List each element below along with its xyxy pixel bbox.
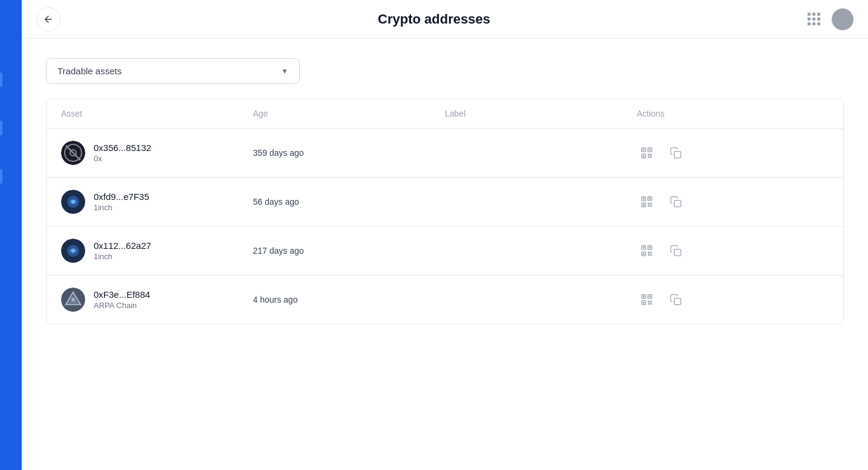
asset-icon-0 <box>61 141 85 165</box>
asset-info-2: 0x112...62a27 1inch <box>94 240 151 261</box>
svg-rect-54 <box>643 296 644 298</box>
asset-cell-3: 0xF3e...Ef884 ARPA Chain <box>61 288 253 312</box>
svg-rect-7 <box>647 154 649 156</box>
age-cell-3: 4 hours ago <box>253 295 445 304</box>
asset-info-1: 0xfd9...e7F35 1inch <box>94 192 149 212</box>
asset-icon-2 <box>61 239 85 263</box>
svg-rect-42 <box>674 249 681 256</box>
svg-rect-26 <box>649 198 650 200</box>
asset-icon-3 <box>61 288 85 312</box>
table-row[interactable]: 0xfd9...e7F35 1inch 56 days ago <box>47 178 843 227</box>
qr-button-2[interactable] <box>637 241 656 260</box>
qr-button-0[interactable] <box>637 143 656 163</box>
age-cell-0: 359 days ago <box>253 148 445 158</box>
svg-rect-24 <box>650 205 652 207</box>
table-header: Asset Age Label Actions <box>47 99 843 129</box>
svg-rect-25 <box>643 198 644 200</box>
svg-rect-9 <box>647 156 649 158</box>
asset-network-3: ARPA Chain <box>94 301 150 310</box>
svg-rect-56 <box>643 302 644 304</box>
asset-address-3: 0xF3e...Ef884 <box>94 289 150 300</box>
actions-cell-1 <box>637 192 829 211</box>
asset-cell-2: 0x112...62a27 1inch <box>61 239 253 263</box>
qr-button-3[interactable] <box>637 290 656 309</box>
content: Tradable assets ▼ Asset Age Label Action… <box>22 39 868 470</box>
svg-point-46 <box>71 298 75 301</box>
svg-rect-11 <box>643 149 644 151</box>
asset-cell-0: 0x356...85132 0x <box>61 141 253 165</box>
back-button[interactable] <box>36 7 60 31</box>
main-content: Crypto addresses Tradable assets ▼ <box>22 0 868 470</box>
svg-rect-27 <box>643 204 644 206</box>
page-title: Crypto addresses <box>378 11 490 27</box>
header: Crypto addresses <box>22 0 868 39</box>
asset-filter-dropdown[interactable]: Tradable assets ▼ <box>46 58 300 84</box>
actions-cell-0 <box>637 143 829 163</box>
svg-rect-12 <box>649 149 650 151</box>
table-row[interactable]: 0x356...85132 0x 359 days ago <box>47 129 843 178</box>
chevron-down-icon: ▼ <box>281 67 288 76</box>
actions-cell-2 <box>637 241 829 260</box>
asset-network-0: 0x <box>94 154 151 163</box>
header-right <box>803 8 853 30</box>
svg-rect-8 <box>650 154 652 156</box>
age-cell-2: 217 days ago <box>253 246 445 256</box>
sidebar-indicator-1 <box>0 72 2 87</box>
svg-rect-51 <box>650 301 652 303</box>
column-asset: Asset <box>61 109 253 118</box>
copy-button-1[interactable] <box>666 192 685 211</box>
addresses-table: Asset Age Label Actions <box>46 98 844 324</box>
svg-rect-40 <box>649 247 650 249</box>
copy-button-3[interactable] <box>666 290 685 309</box>
svg-rect-35 <box>647 252 649 254</box>
copy-button-0[interactable] <box>666 143 685 163</box>
column-actions: Actions <box>637 109 829 118</box>
asset-address-2: 0x112...62a27 <box>94 240 151 251</box>
svg-point-31 <box>71 249 75 253</box>
svg-rect-38 <box>650 254 652 256</box>
asset-info-0: 0x356...85132 0x <box>94 143 151 163</box>
asset-cell-1: 0xfd9...e7F35 1inch <box>61 190 253 214</box>
asset-network-2: 1inch <box>94 252 151 261</box>
svg-rect-55 <box>649 296 650 298</box>
asset-address-0: 0x356...85132 <box>94 143 151 153</box>
svg-rect-50 <box>647 301 649 303</box>
asset-network-1: 1inch <box>94 203 149 212</box>
svg-rect-21 <box>647 203 649 205</box>
svg-rect-39 <box>643 247 644 249</box>
table-row[interactable]: 0xF3e...Ef884 ARPA Chain 4 hours ago <box>47 275 843 324</box>
svg-rect-10 <box>650 156 652 158</box>
svg-rect-13 <box>643 155 644 157</box>
table-row[interactable]: 0x112...62a27 1inch 217 days ago <box>47 227 843 275</box>
column-age: Age <box>253 109 445 118</box>
sidebar-indicator-3 <box>0 169 2 184</box>
svg-rect-41 <box>643 253 644 255</box>
svg-rect-23 <box>647 205 649 207</box>
svg-rect-22 <box>650 203 652 205</box>
svg-rect-57 <box>674 298 681 305</box>
svg-rect-52 <box>647 303 649 305</box>
svg-point-17 <box>71 200 75 204</box>
sidebar-indicator-2 <box>0 121 2 135</box>
svg-rect-36 <box>650 252 652 254</box>
avatar[interactable] <box>832 8 853 30</box>
svg-rect-37 <box>647 254 649 256</box>
asset-address-1: 0xfd9...e7F35 <box>94 192 149 202</box>
age-cell-1: 56 days ago <box>253 197 445 207</box>
grid-icon <box>808 13 820 25</box>
copy-button-2[interactable] <box>666 241 685 260</box>
asset-icon-1 <box>61 190 85 214</box>
filter-container: Tradable assets ▼ <box>46 58 844 84</box>
header-left <box>36 7 60 31</box>
sidebar <box>0 0 22 470</box>
svg-rect-14 <box>674 152 681 158</box>
actions-cell-3 <box>637 290 829 309</box>
qr-button-1[interactable] <box>637 192 656 211</box>
grid-icon-button[interactable] <box>803 8 824 30</box>
column-label: Label <box>445 109 637 118</box>
svg-rect-53 <box>650 303 652 305</box>
asset-info-3: 0xF3e...Ef884 ARPA Chain <box>94 289 150 310</box>
dropdown-label: Tradable assets <box>57 66 121 76</box>
svg-rect-28 <box>674 201 681 207</box>
